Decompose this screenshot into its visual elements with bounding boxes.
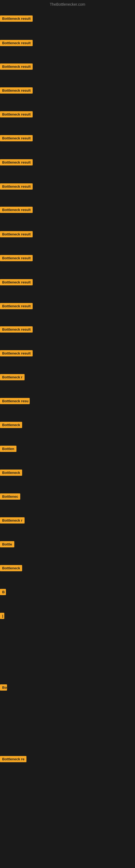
bottleneck-badge-14[interactable]: Bottleneck result bbox=[0, 326, 33, 333]
bottleneck-badge-10[interactable]: Bottleneck result bbox=[0, 231, 33, 237]
bottleneck-badge-25[interactable]: B bbox=[0, 589, 6, 595]
bottleneck-badge-7[interactable]: Bottleneck result bbox=[0, 159, 33, 165]
bottleneck-badge-26[interactable]: | bbox=[0, 613, 4, 619]
site-title: TheBottlenecker.com bbox=[50, 2, 85, 6]
bottleneck-badge-17[interactable]: Bottleneck resu bbox=[0, 398, 30, 404]
bottleneck-badge-20[interactable]: Bottleneck bbox=[0, 469, 22, 476]
bottleneck-badge-24[interactable]: Bottleneck bbox=[0, 565, 22, 571]
bottleneck-badge-22[interactable]: Bottleneck r bbox=[0, 517, 25, 524]
bottleneck-badge-8[interactable]: Bottleneck result bbox=[0, 183, 33, 190]
bottleneck-badge-11[interactable]: Bottleneck result bbox=[0, 255, 33, 261]
bottleneck-badge-2[interactable]: Bottleneck result bbox=[0, 40, 33, 46]
bottleneck-badge-9[interactable]: Bottleneck result bbox=[0, 207, 33, 213]
bottleneck-badge-13[interactable]: Bottleneck result bbox=[0, 303, 33, 309]
bottleneck-badge-4[interactable]: Bottleneck result bbox=[0, 87, 33, 94]
bottleneck-badge-5[interactable]: Bottleneck result bbox=[0, 111, 33, 118]
bottleneck-badge-15[interactable]: Bottleneck result bbox=[0, 350, 33, 356]
bottleneck-badge-6[interactable]: Bottleneck result bbox=[0, 135, 33, 141]
bottleneck-badge-29[interactable]: Bo bbox=[0, 684, 7, 691]
bottleneck-badge-19[interactable]: Bottlen bbox=[0, 446, 16, 452]
bottleneck-badge-32[interactable]: Bottleneck re bbox=[0, 756, 27, 762]
bottleneck-badge-12[interactable]: Bottleneck result bbox=[0, 279, 33, 285]
bottleneck-badge-16[interactable]: Bottleneck r bbox=[0, 374, 25, 380]
bottleneck-badge-3[interactable]: Bottleneck result bbox=[0, 63, 33, 70]
bottleneck-badge-23[interactable]: Bottle bbox=[0, 541, 14, 547]
bottleneck-badge-1[interactable]: Bottleneck result bbox=[0, 16, 33, 22]
bottleneck-badge-18[interactable]: Bottleneck bbox=[0, 422, 22, 428]
bottleneck-badge-21[interactable]: Bottlenec bbox=[0, 493, 20, 500]
